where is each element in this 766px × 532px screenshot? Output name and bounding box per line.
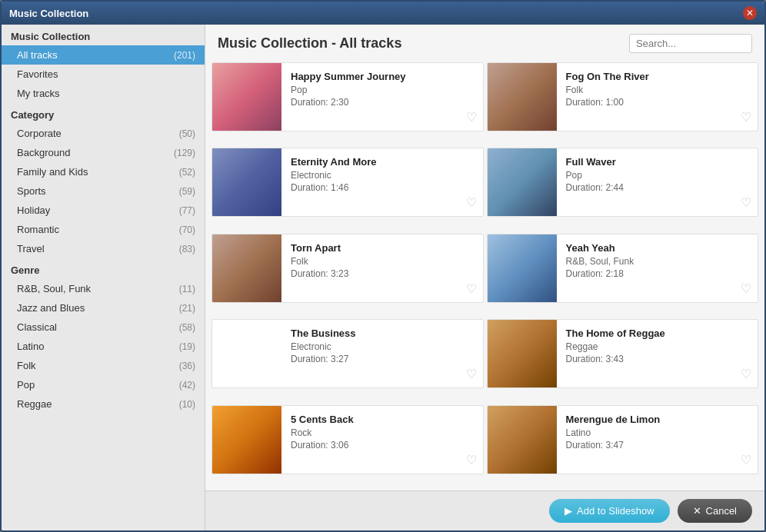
track-duration: Duration: 2:18 [566,268,749,279]
sidebar-item-holiday[interactable]: Holiday (77) [2,201,205,220]
sidebar-item-romantic[interactable]: Romantic (70) [2,220,205,239]
track-genre: Reggae [566,341,749,352]
sidebar-item-count: (50) [179,128,195,139]
sidebar-item-latino[interactable]: Latino (19) [2,337,205,356]
favorite-icon[interactable]: ♡ [466,453,477,467]
sidebar: Music Collection All tracks (201) Favori… [2,25,205,530]
sidebar-item-label: Romantic [17,224,59,235]
sidebar-item-label: Holiday [17,204,50,216]
track-thumbnail [212,406,281,474]
track-thumbnail [488,406,557,474]
track-card[interactable]: Yeah Yeah R&B, Soul, Funk Duration: 2:18… [487,234,759,303]
track-info: Torn Apart Folk Duration: 3:23 [281,234,483,302]
sidebar-item-count: (58) [179,322,195,333]
track-card[interactable]: Full Waver Pop Duration: 2:44 ♡ [487,148,759,217]
track-name: The Business [291,328,474,339]
track-genre: Electronic [291,170,474,181]
sidebar-item-count: (77) [179,205,195,216]
track-duration: Duration: 1:46 [291,182,474,193]
sidebar-item-label: Favorites [17,68,58,80]
track-name: Torn Apart [291,242,474,254]
close-button[interactable]: ✕ [743,6,757,20]
cancel-icon: ✕ [693,505,701,517]
sidebar-item-label: My tracks [17,88,60,99]
sidebar-item-count: (19) [179,341,195,352]
track-genre: Pop [291,85,474,95]
track-genre: Latino [566,427,749,438]
sidebar-item-travel[interactable]: Travel (83) [2,239,205,258]
sidebar-item-label: Latino [17,341,44,352]
favorite-icon[interactable]: ♡ [466,367,477,381]
sidebar-item-count: (10) [179,399,195,410]
panel-title: Music Collection - All tracks [218,35,401,52]
add-to-slideshow-button[interactable]: ▶ Add to Slideshow [549,499,669,523]
cancel-button[interactable]: ✕ Cancel [678,499,752,523]
sidebar-item-pop[interactable]: Pop (42) [2,375,205,394]
sidebar-item-favorites[interactable]: Favorites [2,65,205,84]
sidebar-item-background[interactable]: Background (129) [2,143,205,162]
sidebar-item-count: (36) [179,361,195,371]
track-info: Fog On The River Folk Duration: 1:00 [557,63,758,131]
sidebar-item-family-and-kids[interactable]: Family and Kids (52) [2,162,205,181]
track-card[interactable]: Merengue de Limon Latino Duration: 3:47 … [487,405,759,474]
favorite-icon[interactable]: ♡ [741,195,751,210]
main-content: Music Collection All tracks (201) Favori… [2,25,764,530]
sidebar-item-jazz-and-blues[interactable]: Jazz and Blues (21) [2,298,205,318]
sidebar-item-rnb[interactable]: R&B, Soul, Funk (11) [2,279,205,298]
favorite-icon[interactable]: ♡ [741,281,751,296]
sidebar-item-folk[interactable]: Folk (36) [2,356,205,375]
sidebar-item-label: Corporate [17,128,62,139]
sidebar-item-label: Jazz and Blues [17,302,85,314]
track-name: 5 Cents Back [291,414,474,425]
sidebar-item-all-tracks[interactable]: All tracks (201) [2,45,205,65]
track-thumbnail [212,148,281,217]
track-genre: R&B, Soul, Funk [566,256,749,267]
bottom-bar: ▶ Add to Slideshow ✕ Cancel [205,490,764,530]
music-collection-dialog: Music Collection ✕ Music Collection All … [0,0,766,532]
favorite-icon[interactable]: ♡ [466,281,477,296]
track-card[interactable]: Torn Apart Folk Duration: 3:23 ♡ [211,234,484,303]
sidebar-item-count: (83) [179,244,195,254]
sidebar-item-corporate[interactable]: Corporate (50) [2,124,205,143]
track-info: Full Waver Pop Duration: 2:44 [557,148,758,216]
track-info: The Home of Reggae Reggae Duration: 3:43 [557,320,758,387]
track-name: The Home of Reggae [566,328,749,339]
sidebar-item-label: Reggae [17,398,52,410]
track-info: 5 Cents Back Rock Duration: 3:06 [281,406,483,474]
favorite-icon[interactable]: ♡ [741,110,751,125]
sidebar-heading-genre: Genre [2,258,205,279]
track-name: Happy Summer Journey [291,71,474,82]
sidebar-item-my-tracks[interactable]: My tracks [2,84,205,103]
track-card[interactable]: 5 Cents Back Rock Duration: 3:06 ♡ [211,405,484,474]
favorite-icon[interactable]: ♡ [466,195,477,210]
track-duration: Duration: 2:44 [566,182,749,193]
track-duration: Duration: 3:43 [566,354,749,364]
search-input[interactable] [629,34,752,53]
dialog-title: Music Collection [9,8,88,19]
sidebar-item-sports[interactable]: Sports (59) [2,181,205,201]
favorite-icon[interactable]: ♡ [466,110,477,125]
track-thumbnail [488,234,557,303]
sidebar-item-label: All tracks [17,49,58,61]
track-card[interactable]: Fog On The River Folk Duration: 1:00 ♡ [487,62,759,131]
track-thumbnail [212,234,281,303]
track-name: Merengue de Limon [566,414,749,425]
track-card[interactable]: Happy Summer Journey Pop Duration: 2:30 … [211,62,484,131]
sidebar-item-reggae[interactable]: Reggae (10) [2,394,205,414]
track-info: Yeah Yeah R&B, Soul, Funk Duration: 2:18 [557,234,758,302]
right-panel: Music Collection - All tracks Happy Summ… [205,25,764,530]
track-thumbnail [212,63,281,131]
track-card[interactable]: The Business Electronic Duration: 3:27 ♡ [211,319,484,388]
sidebar-item-count: (52) [179,167,195,178]
track-card[interactable]: The Home of Reggae Reggae Duration: 3:43… [487,319,759,388]
favorite-icon[interactable]: ♡ [741,367,751,381]
sidebar-heading-category: Category [2,103,205,124]
title-bar: Music Collection ✕ [2,2,764,25]
sidebar-heading-main: Music Collection [2,25,205,45]
track-duration: Duration: 2:30 [291,97,474,108]
track-genre: Rock [291,427,474,438]
favorite-icon[interactable]: ♡ [741,453,751,467]
sidebar-item-classical[interactable]: Classical (58) [2,318,205,337]
track-name: Fog On The River [566,71,749,82]
track-card[interactable]: Eternity And More Electronic Duration: 1… [211,148,484,217]
